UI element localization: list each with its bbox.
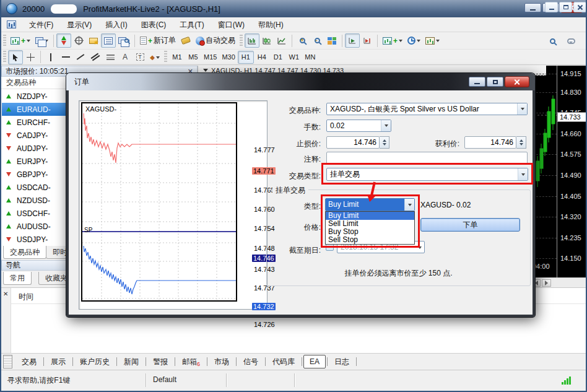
stop-loss-stepper[interactable] xyxy=(380,136,389,149)
dropdown-button[interactable] xyxy=(381,120,391,131)
down-arrow-icon xyxy=(6,237,11,242)
cursor-arrow-icon xyxy=(12,53,19,61)
line-chart-button[interactable] xyxy=(274,33,289,48)
timeframe-mn[interactable]: MN xyxy=(302,51,318,64)
eraser-button[interactable] xyxy=(178,33,193,48)
timeframe-h4[interactable]: H4 xyxy=(254,51,270,64)
toolbar-grip[interactable] xyxy=(164,51,167,63)
indicators-button[interactable]: + xyxy=(380,33,405,48)
new-chart-button[interactable]: + xyxy=(8,33,33,48)
spin-down-icon xyxy=(383,143,386,147)
tab-mailbox[interactable]: 邮箱6 xyxy=(176,355,206,368)
tile-windows-button[interactable] xyxy=(324,33,339,48)
status-profile[interactable]: Default xyxy=(153,375,176,384)
menu-window[interactable]: 窗口(W) xyxy=(211,19,251,31)
new-order-button[interactable]: +新订单 xyxy=(137,33,178,48)
toolbar-grip[interactable] xyxy=(3,51,6,63)
timeframe-w1[interactable]: W1 xyxy=(286,51,302,64)
dialog-restore-button[interactable] xyxy=(487,77,503,87)
horizontal-line-button[interactable] xyxy=(58,50,73,64)
tab-account-history[interactable]: 账户历史 xyxy=(74,355,115,368)
templates-button[interactable] xyxy=(423,33,442,48)
mdi-restore-button[interactable] xyxy=(559,2,572,12)
arrows-button[interactable]: ◆ xyxy=(147,50,162,64)
text-icon: A xyxy=(123,53,128,61)
price-tick: 14.490 xyxy=(560,172,587,179)
text-button[interactable]: A xyxy=(118,50,133,64)
candlestick-button[interactable] xyxy=(259,33,274,48)
market-watch-toggle-button[interactable] xyxy=(56,33,71,48)
periods-button[interactable] xyxy=(405,33,423,48)
favorites-button[interactable]: ★ xyxy=(86,33,101,48)
timeframe-m5[interactable]: M5 xyxy=(185,51,201,64)
cursor-button[interactable] xyxy=(8,50,23,64)
tab-experts[interactable]: EA xyxy=(303,355,326,368)
chevron-down-icon xyxy=(385,124,388,129)
community-chat-button[interactable] xyxy=(563,34,578,48)
tab-signals[interactable]: 信号 xyxy=(238,355,264,368)
chart-shift-button[interactable] xyxy=(360,33,375,48)
vertical-line-button[interactable] xyxy=(43,50,58,64)
stop-loss-input[interactable]: 14.746 xyxy=(326,136,380,149)
fibonacci-button[interactable] xyxy=(103,50,118,64)
data-window-button[interactable] xyxy=(101,33,116,48)
timeframe-m15[interactable]: M15 xyxy=(201,51,219,64)
tab-divider xyxy=(327,357,328,366)
auto-scroll-button[interactable] xyxy=(345,33,360,48)
close-terminal-icon[interactable]: ✕ xyxy=(3,290,8,297)
zoom-out-button[interactable]: - xyxy=(310,33,324,48)
terminal-tab-icon[interactable] xyxy=(3,355,12,368)
timeframe-m30[interactable]: M30 xyxy=(219,51,237,64)
tab-common[interactable]: 常用 xyxy=(3,272,32,285)
tab-journal[interactable]: 日志 xyxy=(329,355,355,368)
toolbar-separator xyxy=(292,35,292,47)
tab-alerts[interactable]: 警报 xyxy=(147,355,173,368)
volume-select[interactable]: 0.02 xyxy=(326,120,391,132)
chevron-down-icon xyxy=(521,108,524,112)
trendline-button[interactable] xyxy=(73,50,88,64)
toolbar-grip[interactable] xyxy=(3,35,6,47)
take-profit-input[interactable]: 14.746 xyxy=(464,136,516,149)
menu-file[interactable]: 文件(F) xyxy=(22,19,60,31)
menu-tools[interactable]: 工具(T) xyxy=(173,19,211,31)
menu-charts[interactable]: 图表(C) xyxy=(134,19,173,31)
candlestick-icon xyxy=(262,37,272,45)
strategy-tester-button[interactable] xyxy=(116,33,132,48)
dialog-minimize-button[interactable] xyxy=(469,77,485,87)
order-tick-chart: XAGUSD- SP 14.777 14.771 14.765 14.760 1… xyxy=(79,100,267,310)
tab-exposure[interactable]: 展示 xyxy=(45,355,71,368)
channel-button[interactable] xyxy=(88,50,103,64)
place-order-button[interactable]: 下单 xyxy=(420,218,520,232)
mdi-minimize-button[interactable] xyxy=(545,2,558,12)
dialog-close-button[interactable] xyxy=(505,76,529,87)
symbol-select[interactable]: XAGUSD-, 白银美元 Spot Silver vs US Dollar xyxy=(326,103,528,115)
search-button[interactable] xyxy=(545,34,560,48)
timeframe-d1[interactable]: D1 xyxy=(270,51,286,64)
scroll-right-button[interactable] xyxy=(542,279,551,287)
tab-trade[interactable]: 交易 xyxy=(16,355,42,368)
tab-market[interactable]: 市场 xyxy=(209,355,235,368)
dropdown-button[interactable] xyxy=(517,103,527,115)
menu-view[interactable]: 显示(V) xyxy=(60,19,98,31)
tab-news[interactable]: 新闻 xyxy=(118,355,144,368)
title-bar: 20000 ProfitMarketHK-Live2 - [XAGUSD-,H1… xyxy=(1,0,587,17)
dialog-title-bar[interactable]: 订单 xyxy=(66,73,535,90)
zoom-in-button[interactable]: + xyxy=(295,33,310,48)
take-profit-stepper[interactable] xyxy=(516,136,526,149)
text-label-button[interactable]: T xyxy=(133,50,147,64)
mdi-close-button[interactable] xyxy=(573,2,586,12)
crosshair-button[interactable] xyxy=(71,33,86,48)
timeframe-m1[interactable]: M1 xyxy=(169,51,185,64)
menu-insert[interactable]: 插入(I) xyxy=(98,19,134,31)
toolbar-grip[interactable] xyxy=(240,35,243,47)
crosshair-tool-button[interactable] xyxy=(23,50,38,64)
tab-symbols[interactable]: 交易品种 xyxy=(3,246,46,259)
comment-input[interactable] xyxy=(326,152,528,164)
auto-trading-button[interactable]: 自动交易 xyxy=(193,33,238,48)
tab-code-base[interactable]: 代码库 xyxy=(267,355,300,368)
bar-chart-button[interactable] xyxy=(245,33,259,48)
window-minimize-button[interactable] xyxy=(524,3,541,12)
timeframe-h1[interactable]: H1 xyxy=(238,51,254,64)
menu-help[interactable]: 帮助(H) xyxy=(251,19,290,31)
profiles-button[interactable] xyxy=(33,33,51,48)
